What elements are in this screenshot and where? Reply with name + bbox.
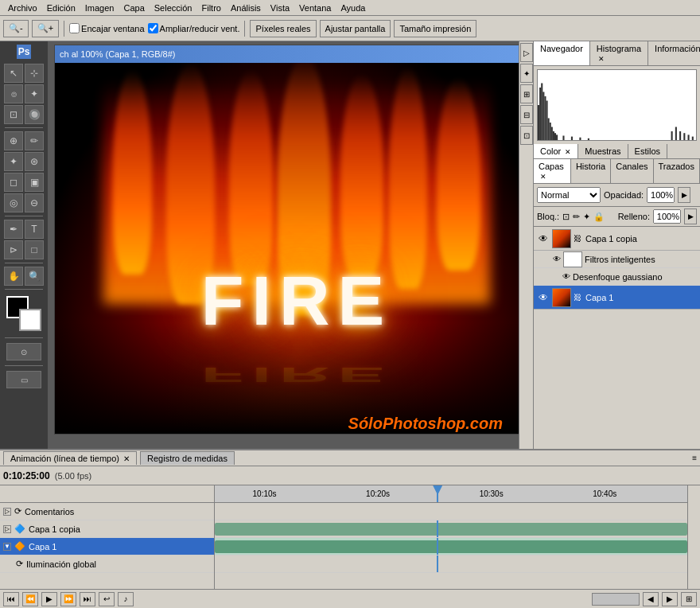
tamano-impresion-button[interactable]: Tamaño impresión: [394, 20, 476, 37]
lock-paint-icon[interactable]: ✏: [573, 212, 580, 222]
expand-capa1copia[interactable]: ▷: [3, 525, 11, 533]
history-brush[interactable]: ⊛: [25, 152, 44, 171]
shape-tool[interactable]: □: [25, 240, 44, 259]
encajar-checkbox[interactable]: Encajar ventana: [69, 23, 145, 33]
right-icon-3[interactable]: ⊞: [520, 84, 533, 103]
lasso-tool[interactable]: ⌾: [4, 84, 23, 103]
toolbar-separator-2: [244, 21, 245, 37]
tab-trazados[interactable]: Trazados: [654, 159, 700, 183]
tab-canales[interactable]: Canales: [611, 159, 653, 183]
opacity-arrow[interactable]: ▶: [678, 187, 690, 203]
timeline-scrollbar-h[interactable]: [592, 593, 640, 606]
tab-estilos[interactable]: Estilos: [628, 144, 667, 158]
background-color[interactable]: [19, 309, 41, 331]
right-icon-5[interactable]: ⊡: [520, 126, 533, 145]
menu-ventana[interactable]: Ventana: [294, 2, 336, 14]
sub-layer-desenfoque[interactable]: 👁 Desenfoque gaussiano: [534, 268, 700, 286]
type-tool[interactable]: T: [25, 220, 44, 239]
layer-eye-capa1-copia[interactable]: 👁: [537, 232, 550, 245]
menu-vista[interactable]: Vista: [266, 2, 294, 14]
expand-capa1[interactable]: ▼: [3, 543, 11, 551]
menu-filtro[interactable]: Filtro: [196, 2, 225, 14]
zoom-out-button[interactable]: 🔍-: [3, 20, 29, 37]
histograma-close[interactable]: ✕: [598, 55, 605, 63]
menu-analisis[interactable]: Análisis: [226, 2, 266, 14]
color-close[interactable]: ✕: [565, 148, 571, 156]
menu-imagen[interactable]: Imagen: [80, 2, 119, 14]
tab-color[interactable]: Color ✕: [534, 144, 578, 158]
fill-arrow[interactable]: ▶: [684, 209, 697, 224]
prev-frame-button[interactable]: ◀: [643, 592, 659, 606]
blend-mode-select[interactable]: Normal: [537, 187, 601, 203]
ampliar-checkbox[interactable]: Ampliar/reducir vent.: [148, 23, 240, 33]
color-selector[interactable]: [6, 296, 41, 331]
layer-item-capa1-copia[interactable]: 👁 ⛓ Capa 1 copia: [534, 227, 700, 251]
tab-muestras[interactable]: Muestras: [578, 144, 628, 158]
timeline-tab-animacion[interactable]: Animación (línea de tiempo) ✕: [3, 451, 137, 465]
timeline-scrollbar-v[interactable]: [687, 485, 700, 589]
sub-layer-filtros[interactable]: 👁 Filtros inteligentes: [534, 251, 700, 268]
right-icon-4[interactable]: ⊟: [520, 105, 533, 124]
timeline-tab-close[interactable]: ✕: [123, 454, 130, 463]
menu-capa[interactable]: Capa: [119, 2, 149, 14]
fill-input[interactable]: [653, 209, 681, 224]
play-button[interactable]: ▶: [41, 592, 57, 606]
play-back-start-button[interactable]: ⏮: [3, 592, 19, 606]
path-select-tool[interactable]: ⊳: [4, 240, 23, 259]
hand-tool[interactable]: ✋: [4, 267, 23, 286]
move-tool[interactable]: ↖: [4, 64, 23, 83]
pen-tool[interactable]: ✒: [4, 220, 23, 239]
timeline-options-button[interactable]: ⊞: [681, 592, 697, 606]
right-icon-1[interactable]: ▷: [520, 43, 533, 62]
audio-button[interactable]: ♪: [118, 592, 134, 606]
menu-edicion[interactable]: Edición: [42, 2, 80, 14]
expand-comentarios[interactable]: ▷: [3, 508, 11, 516]
lock-move-icon[interactable]: ✦: [583, 212, 590, 222]
tab-capas[interactable]: Capas ✕: [534, 159, 571, 183]
quick-mask-button[interactable]: ⊙: [6, 343, 41, 361]
pixeles-reales-button[interactable]: Píxeles reales: [250, 20, 316, 37]
tab-informacion[interactable]: Información: [648, 41, 700, 65]
layer-eye-capa1[interactable]: 👁: [537, 291, 550, 304]
gradient-tool[interactable]: ▣: [25, 173, 44, 192]
select-tool[interactable]: ⊹: [25, 64, 44, 83]
eyedropper-tool[interactable]: 🔘: [25, 105, 44, 124]
layer-chain-capa1[interactable]: ⛓: [574, 293, 583, 302]
ampliar-input[interactable]: [148, 23, 158, 33]
heal-tool[interactable]: ⊕: [4, 131, 23, 150]
encajar-input[interactable]: [69, 23, 80, 33]
capas-close[interactable]: ✕: [540, 173, 546, 181]
clone-tool[interactable]: ✦: [4, 152, 23, 171]
zoom-in-button[interactable]: 🔍+: [32, 20, 59, 37]
play-back-button[interactable]: ⏪: [22, 592, 38, 606]
play-forward-button[interactable]: ⏩: [60, 592, 76, 606]
sub-eye-desenfoque[interactable]: 👁: [562, 272, 570, 281]
screen-mode-button[interactable]: ▭: [6, 371, 41, 388]
layer-chain-capa1-copia[interactable]: ⛓: [574, 234, 583, 244]
ajustar-pantalla-button[interactable]: Ajustar pantalla: [320, 20, 391, 37]
next-frame-button[interactable]: ▶: [662, 592, 678, 606]
timeline-tab-registro[interactable]: Registro de medidas: [140, 451, 235, 465]
right-icon-2[interactable]: ✦: [520, 64, 533, 83]
loop-button[interactable]: ↩: [99, 592, 115, 606]
tab-navegador[interactable]: Navegador: [534, 41, 590, 65]
tab-histograma[interactable]: Histograma ✕: [590, 41, 648, 65]
dodge-tool[interactable]: ⊖: [25, 193, 44, 212]
blur-tool[interactable]: ◎: [4, 193, 23, 212]
opacity-input[interactable]: [647, 187, 675, 203]
play-end-button[interactable]: ⏭: [80, 592, 95, 606]
menu-ayuda[interactable]: Ayuda: [336, 2, 370, 14]
timeline-menu-button[interactable]: ≡: [692, 454, 697, 462]
layer-item-capa1[interactable]: 👁 ⛓ Capa 1: [534, 286, 700, 310]
crop-tool[interactable]: ⊡: [4, 105, 23, 124]
tab-historia[interactable]: Historia: [571, 159, 611, 183]
zoom-tool[interactable]: 🔍: [25, 267, 44, 286]
brush-tool[interactable]: ✏: [25, 131, 44, 150]
lock-all-icon[interactable]: 🔒: [593, 212, 605, 222]
menu-archivo[interactable]: Archivo: [3, 2, 42, 14]
sub-eye-filtros[interactable]: 👁: [553, 255, 561, 263]
eraser-tool[interactable]: ◻: [4, 173, 23, 192]
quick-select-tool[interactable]: ✦: [25, 84, 44, 103]
menu-seleccion[interactable]: Selección: [150, 2, 197, 14]
lock-transparent-icon[interactable]: ⊡: [562, 212, 570, 222]
